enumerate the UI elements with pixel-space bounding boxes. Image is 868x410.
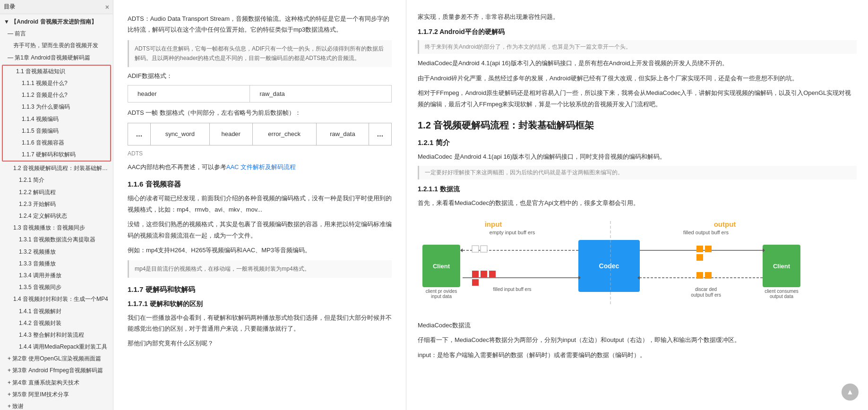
toc-item-thanks[interactable]: + 致谢 <box>0 401 113 410</box>
toc-item-s1-1-1[interactable]: 1.1.1 视频是什么? <box>3 77 110 89</box>
svg-text:client consumes: client consumes <box>765 289 799 294</box>
s117-1-question: 那他们内部究竟有什么区别呢？ <box>128 338 392 349</box>
s116-title: 1.1.6 音视频容器 <box>128 180 392 189</box>
svg-text:Client: Client <box>433 263 450 270</box>
svg-text:output data: output data <box>770 294 793 299</box>
right-panel: 家实现，质量参差不齐，非常容易出现兼容性问题。 1.1.7.2 Android平… <box>406 0 868 410</box>
toc-item-s1-1-7[interactable]: 1.1.7 硬解码和软解码 <box>3 149 110 161</box>
adts-footer: ADTS <box>128 150 392 157</box>
toc-item-s1-4[interactable]: 1.4 音视频封封和封装：生成一个MP4 <box>0 293 113 305</box>
toc-item-s1-2[interactable]: 1.2 音视频硬解码流程：封装基础解码框架 <box>0 162 113 174</box>
toc-item-s1-2-3[interactable]: 1.2.3 开始解码 <box>0 198 113 210</box>
scroll-top-button[interactable]: ▲ <box>842 384 859 401</box>
toc-item-s1-4-3[interactable]: 1.4.3 整合解封和封装流程 <box>0 329 113 341</box>
s1211-p1: 首先，来看看MediaCodec的数据流，也是官方Api文档中的，很多文章都会引… <box>418 197 857 208</box>
svg-rect-21 <box>489 271 496 277</box>
adts-frame-table: ... sync_word header error_check raw_dat… <box>128 123 392 145</box>
toc-item-s1-2-4[interactable]: 1.2.4 定义解码状态 <box>0 210 113 222</box>
toc-item-preface[interactable]: — 前言 <box>0 28 113 40</box>
s116-example: 例如：mp4支持H264、H265等视频编码和AAC、MP3等音频编码。 <box>128 245 392 256</box>
svg-rect-26 <box>705 246 712 252</box>
toc-item-ch5[interactable]: + 第5章 阿里IM技术分享 <box>0 389 113 401</box>
toc-item-s1-4-1[interactable]: 1.4.1 音视频解封 <box>0 306 113 317</box>
toc-item-s1-1-3[interactable]: 1.1.3 为什么要编码 <box>3 101 110 113</box>
main-content: ADTS：Audio Data Transport Stream，音频数据传输流… <box>113 0 868 410</box>
adif-header-cell: header <box>128 85 250 102</box>
toc-item-s1-1-4[interactable]: 1.1.4 视频编码 <box>3 113 110 125</box>
toc-highlighted-section: 1.1 音视频基础知识 1.1.1 视频是什么? 1.1.2 音频是什么? 1.… <box>2 65 111 162</box>
toc-item-s1-3[interactable]: 1.3 音视频播放：音视频同步 <box>0 222 113 234</box>
s1211-p2: 仔细看一下，MediaCodec将数据分为两部分，分别为input（左边）和ou… <box>418 334 857 345</box>
adif-rawdata-cell: raw_data <box>250 85 392 102</box>
adif-label: ADIF数据格式： <box>128 72 392 80</box>
svg-rect-20 <box>481 271 487 277</box>
s121-note: 一定要好好理解接下来这两幅图，因为后续的代码就是基于这两幅图来编写的。 <box>418 166 857 179</box>
svg-text:input: input <box>485 220 502 228</box>
toc-tree: ▼ 【Android 音视频开发进阶指南】— 前言 夯手可热，望而生畏的音视频开… <box>0 14 113 410</box>
adts-note: ADTS可以在任意解码，它每一帧都有头信息，ADIF只有一个统一的头，所以必须得… <box>128 40 392 67</box>
s116-content1: 细心的读者可能已经发现，前面我们介绍的各种音视频的编码格式，没有一种是我们平时使… <box>128 193 392 215</box>
toc-item-ch2[interactable]: + 第2章 使用OpenGL渲染视频画面篇 <box>0 353 113 365</box>
toc-item-s1-1-2[interactable]: 1.1.2 音频是什么? <box>3 89 110 101</box>
codec-diagram: input output Client Codec Client empty i… <box>418 216 805 312</box>
toc-item-ch4[interactable]: + 第4章 直播系统架构天技术 <box>0 377 113 389</box>
s117-1-title: 1.1.7.1 硬解和软解的区别 <box>128 300 392 308</box>
s1172-note: 终于来到有关Android的部分了，作为本文的结尾，也算是为下一篇文章开一个头。 <box>418 40 857 54</box>
sidebar-header: 目录 × <box>0 0 113 14</box>
adts-intro: ADTS：Audio Data Transport Stream，音频数据传输流… <box>128 13 392 35</box>
s121-title: 1.2.1 简介 <box>418 138 857 147</box>
adts-raw-data: raw_data <box>316 123 369 145</box>
toc-item-root[interactable]: ▼ 【Android 音视频开发进阶指南】 <box>0 16 113 28</box>
aac-link[interactable]: AAC 文件解析及解码流程 <box>226 163 296 171</box>
svg-text:filled input buff ers: filled input buff ers <box>493 287 532 292</box>
svg-rect-25 <box>696 246 703 252</box>
toc-item-ch3[interactable]: + 第3章 Android Ffmpeg音视频解码篇 <box>0 365 113 376</box>
toc-item-preface1[interactable]: 夯手可热，望而生畏的音视频开发 <box>0 40 113 51</box>
adif-table: header raw_data <box>128 85 392 102</box>
svg-rect-27 <box>696 254 703 261</box>
middle-panel: ADTS：Audio Data Transport Stream，音频数据传输流… <box>113 0 406 410</box>
s12-title: 1.2 音视频硬解码流程：封装基础解码框架 <box>418 119 857 132</box>
svg-text:empty input buff ers: empty input buff ers <box>490 230 535 235</box>
s116-content2: 没错，这些我们熟悉的视频格式，其实是包裹了音视频编码数据的容器，用来把以特定编码… <box>128 219 392 241</box>
toc-item-ch1[interactable]: — 第1章 Android音视频硬解码篇 <box>0 52 113 64</box>
aac-note: AAC内部结构也不再赘述，可以参考AAC 文件解析及解码流程 <box>128 162 392 172</box>
svg-rect-24 <box>481 246 487 252</box>
toc-item-s1-3-5[interactable]: 1.3.5 音视频同步 <box>0 282 113 293</box>
toc-item-s1-1-6[interactable]: 1.1.6 音视频容器 <box>3 137 110 149</box>
svg-text:output: output <box>714 220 736 228</box>
toc-item-s1-2-2[interactable]: 1.2.2 解码流程 <box>0 187 113 198</box>
toc-item-s1-3-4[interactable]: 1.3.4 调用并播放 <box>0 270 113 282</box>
s1172-p3: 相对于FFmpeg，Android原生硬解码还是相对容易入门一些，所以接下来，我… <box>418 87 857 110</box>
top-content: 家实现，质量参差不齐，非常容易出现兼容性问题。 <box>418 11 857 22</box>
toc-item-s1-3-1[interactable]: 1.3.1 音视频数据流分离提取器 <box>0 234 113 246</box>
svg-text:client pr ovides: client pr ovides <box>426 289 457 294</box>
toc-item-s1-3-2[interactable]: 1.3.2 视频播放 <box>0 246 113 258</box>
svg-text:output buff ers: output buff ers <box>691 292 721 298</box>
adts-header: header <box>209 123 252 145</box>
svg-text:Codec: Codec <box>599 262 619 270</box>
svg-rect-19 <box>472 271 479 277</box>
sidebar-close-button[interactable]: × <box>105 3 109 11</box>
svg-rect-28 <box>696 272 703 279</box>
adts-sync-word: sync_word <box>150 123 209 145</box>
toc-item-s1-1[interactable]: 1.1 音视频基础知识 <box>3 66 110 77</box>
svg-text:discar ded: discar ded <box>695 287 717 292</box>
s1172-p1: MediaCodec是Android 4.1(api 16)版本引入的编解码接口… <box>418 58 857 68</box>
s121-p1: MediaCodec 是Android 4.1(api 16)版本引入的编解码接… <box>418 151 857 162</box>
s1172-title: 1.1.7.2 Android平台的硬解码 <box>418 28 857 36</box>
toc-item-s1-4-4[interactable]: 1.4.4 调用MediaRepack重封装工具 <box>0 341 113 353</box>
toc-item-s1-1-5[interactable]: 1.1.5 音频编码 <box>3 125 110 137</box>
adts-frame-label: ADTS 一帧 数据格式（中间部分，左右省略号为前后数据帧）： <box>128 107 392 118</box>
sidebar-title: 目录 <box>4 3 15 11</box>
s117-title: 1.1.7 硬解码和软解码 <box>128 285 392 294</box>
s117-1-content: 我们在一些播放器中会看到，有硬解和软解码两种播放形式给我们选择，但是我们大部分时… <box>128 312 392 334</box>
toc-item-s1-3-3[interactable]: 1.3.3 音频播放 <box>0 258 113 270</box>
s1211-p3: input：是给客户端输入需要解码的数据（解码时）或者需要编码的数据（编码时）。 <box>418 350 857 360</box>
svg-text:Client: Client <box>773 263 791 270</box>
toc-item-s1-2-1[interactable]: 1.2.1 简介 <box>0 174 113 186</box>
svg-rect-22 <box>472 279 479 286</box>
sidebar: 目录 × ▼ 【Android 音视频开发进阶指南】— 前言 夯手可热，望而生畏… <box>0 0 113 410</box>
toc-item-s1-4-2[interactable]: 1.4.2 音视频封装 <box>0 317 113 329</box>
s1211-title: 1.2.1.1 数据流 <box>418 185 857 194</box>
